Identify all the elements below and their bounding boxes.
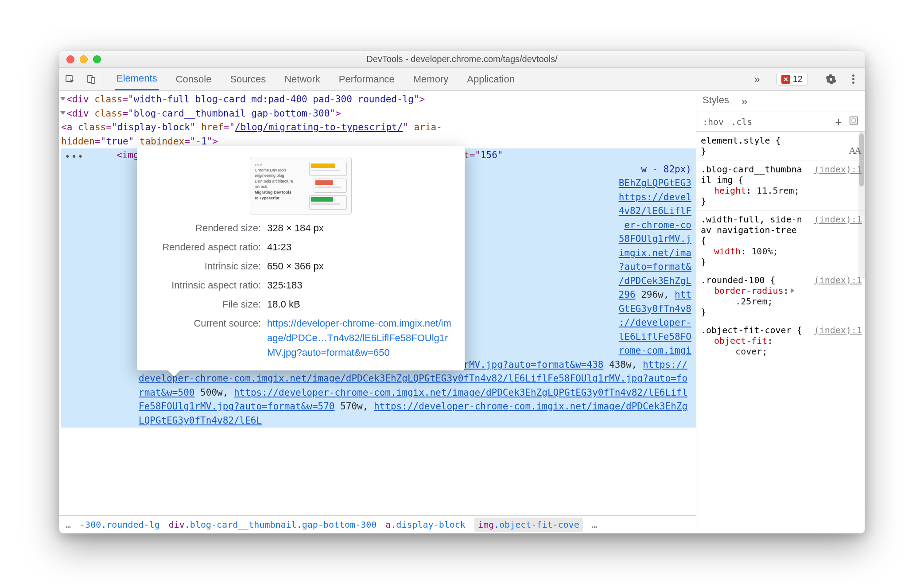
expand-shorthand-icon[interactable] xyxy=(791,288,794,293)
style-rule[interactable]: .blog-card__thumbnail img { (index):1 he… xyxy=(696,160,865,210)
styles-controls: :hov .cls + xyxy=(696,112,865,132)
tab-application[interactable]: Application xyxy=(465,68,516,90)
css-property[interactable]: object-fit xyxy=(714,335,767,346)
error-count: 12 xyxy=(793,74,803,84)
breadcrumb-item[interactable]: div.blog-card__thumbnail.gap-bottom-300 xyxy=(169,519,377,530)
file-size-value: 18.0 kB xyxy=(267,297,451,311)
styles-sidebar: Styles » :hov .cls + element.style { } A… xyxy=(696,91,865,533)
content-row: <div class="width-full blog-card md:pad-… xyxy=(59,91,865,533)
font-indicator-icon: AA xyxy=(849,145,860,156)
toolbar-right: » ✕ 12 xyxy=(750,68,865,90)
caret-icon[interactable] xyxy=(60,97,66,101)
css-value[interactable]: .25rem; xyxy=(735,296,773,307)
sidebar-more-tabs-icon[interactable]: » xyxy=(738,95,751,108)
rule-close: } xyxy=(701,196,862,206)
breadcrumb-item[interactable]: a.display-block xyxy=(385,519,466,530)
thumb-text: Chrome DevTools engineering blog xyxy=(255,167,306,179)
svg-rect-2 xyxy=(91,78,95,83)
settings-gear-icon[interactable] xyxy=(820,74,842,85)
dom-node[interactable]: <div class="width-full blog-card md:pad-… xyxy=(61,93,696,107)
device-toolbar-icon[interactable] xyxy=(81,68,102,90)
image-info-grid: Rendered size: 328 × 184 px Rendered asp… xyxy=(150,221,451,360)
tab-elements[interactable]: Elements xyxy=(115,68,159,90)
intrinsic-ar-label: Intrinsic aspect ratio: xyxy=(150,278,261,292)
sidebar-tab-styles[interactable]: Styles xyxy=(703,94,729,109)
rule-close: } xyxy=(701,307,862,317)
dom-tree[interactable]: <div class="width-full blog-card md:pad-… xyxy=(59,91,696,515)
breadcrumb-ellipsis[interactable]: … xyxy=(592,519,597,530)
tab-network[interactable]: Network xyxy=(283,68,322,90)
thumb-text: to Typescript xyxy=(255,195,306,201)
tab-performance[interactable]: Performance xyxy=(337,68,396,90)
style-rule[interactable]: element.style { } AA xyxy=(696,132,865,160)
current-source-value[interactable]: https://developer-chrome-com.imgix.net/i… xyxy=(267,316,451,360)
sidebar-tabs: Styles » xyxy=(696,91,865,112)
devtools-window: DevTools - developer.chrome.com/tags/dev… xyxy=(59,51,865,533)
style-rule[interactable]: .object-fit-cover { (index):1 object-fit… xyxy=(696,321,865,360)
svg-rect-4 xyxy=(852,119,855,122)
image-thumbnail: Chrome DevTools engineering blog DevTool… xyxy=(250,157,352,214)
rule-selector: .blog-card__thumbnail img { xyxy=(701,164,803,185)
new-style-rule-icon[interactable]: + xyxy=(835,116,842,128)
error-badge[interactable]: ✕ 12 xyxy=(776,73,808,86)
more-tabs-icon[interactable]: » xyxy=(750,73,763,86)
rule-selector: .object-fit-cover { xyxy=(701,325,802,335)
rule-source-link[interactable]: (index):1 xyxy=(814,275,862,285)
inspect-element-icon[interactable] xyxy=(59,68,81,90)
breadcrumb-item-active[interactable]: img.object-fit-cove xyxy=(474,518,583,532)
intrinsic-size-value: 650 × 366 px xyxy=(267,259,451,273)
intrinsic-size-label: Intrinsic size: xyxy=(150,259,261,273)
caret-icon[interactable] xyxy=(60,111,66,115)
breadcrumb-item[interactable]: -300.rounded-lg xyxy=(80,519,160,530)
rule-source-link[interactable]: (index):1 xyxy=(814,214,862,246)
tab-console[interactable]: Console xyxy=(174,68,214,90)
more-options-icon[interactable] xyxy=(846,74,860,84)
panel-tabs: Elements Console Sources Network Perform… xyxy=(106,68,750,90)
toolbar-divider xyxy=(104,70,104,88)
css-value[interactable]: 100%; xyxy=(751,246,778,257)
cls-toggle[interactable]: .cls xyxy=(731,117,752,127)
elements-pane: <div class="width-full blog-card md:pad-… xyxy=(59,91,696,533)
thumb-text: Migrating DevTools xyxy=(255,190,306,195)
rule-source-link[interactable]: (index):1 xyxy=(814,325,862,335)
window-titlebar: DevTools - developer.chrome.com/tags/dev… xyxy=(59,51,865,68)
main-toolbar: Elements Console Sources Network Perform… xyxy=(59,68,865,91)
image-info-popover: Chrome DevTools engineering blog DevTool… xyxy=(137,146,465,370)
css-value[interactable]: cover; xyxy=(735,346,767,357)
hov-toggle[interactable]: :hov xyxy=(703,117,724,127)
current-source-label: Current source: xyxy=(150,316,261,360)
computed-panel-icon[interactable] xyxy=(849,116,858,128)
error-icon: ✕ xyxy=(781,75,790,84)
rule-selector: .rounded-100 { xyxy=(701,275,776,285)
dom-breadcrumb[interactable]: … -300.rounded-lg div.blog-card__thumbna… xyxy=(59,515,696,533)
css-property[interactable]: width xyxy=(714,246,741,257)
svg-rect-3 xyxy=(850,117,858,125)
rendered-size-value: 328 × 184 px xyxy=(267,221,451,235)
dom-node[interactable]: <a class="display-block" href="/blog/mig… xyxy=(61,121,696,135)
rule-selector: element.style { xyxy=(701,135,803,146)
style-rule[interactable]: .rounded-100 { (index):1 border-radius: … xyxy=(696,271,865,321)
rule-selector: .width-full, side-nav navigation-tree { xyxy=(701,214,803,246)
window-title: DevTools - developer.chrome.com/tags/dev… xyxy=(59,54,865,64)
css-property[interactable]: border-radius xyxy=(714,285,784,296)
rendered-size-label: Rendered size: xyxy=(150,221,261,235)
breadcrumb-ellipsis[interactable]: … xyxy=(66,519,71,530)
thumb-text: DevTools architecture refresh: xyxy=(255,179,306,190)
rule-close: } xyxy=(701,257,862,267)
gutter-ellipsis-icon: ••• xyxy=(65,150,84,164)
rendered-ar-label: Rendered aspect ratio: xyxy=(150,240,261,254)
tab-memory[interactable]: Memory xyxy=(412,68,450,90)
dom-node[interactable]: <div class="blog-card__thumbnail gap-bot… xyxy=(61,107,696,121)
file-size-label: File size: xyxy=(150,297,261,311)
rule-source-link[interactable]: (index):1 xyxy=(814,164,862,185)
css-value[interactable]: 11.5rem; xyxy=(757,185,799,196)
css-property[interactable]: height xyxy=(714,185,746,196)
style-rule[interactable]: .width-full, side-nav navigation-tree { … xyxy=(696,210,865,271)
intrinsic-ar-value: 325∶183 xyxy=(267,278,451,292)
rule-close: } xyxy=(701,146,862,156)
style-rules: element.style { } AA .blog-card__thumbna… xyxy=(696,132,865,533)
tab-sources[interactable]: Sources xyxy=(228,68,268,90)
rendered-ar-value: 41∶23 xyxy=(267,240,451,254)
